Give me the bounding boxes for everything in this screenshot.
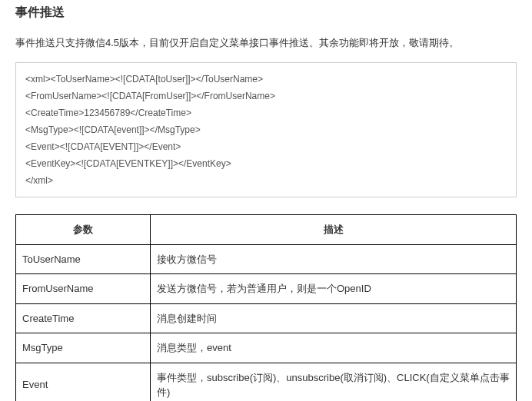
cell-desc: 事件类型，subscribe(订阅)、unsubscribe(取消订阅)、CLI… [151, 363, 517, 401]
header-desc: 描述 [151, 215, 517, 245]
cell-param: MsgType [16, 333, 151, 363]
intro-paragraph: 事件推送只支持微信4.5版本，目前仅开启自定义菜单接口事件推送。其余功能即将开放… [15, 36, 517, 50]
xml-line: <MsgType><![CDATA[event]]></MsgType> [25, 121, 507, 138]
section-heading: 事件推送 [15, 0, 517, 31]
table-header-row: 参数 描述 [16, 215, 517, 245]
xml-example-box: <xml><ToUserName><![CDATA[toUser]]></ToU… [15, 62, 517, 197]
cell-desc: 消息类型，event [151, 333, 517, 363]
header-param: 参数 [16, 215, 151, 245]
table-row: MsgType 消息类型，event [16, 333, 517, 363]
xml-line: <FromUserName><![CDATA[FromUser]]></From… [25, 88, 507, 104]
xml-line: <EventKey><![CDATA[EVENTKEY]]></EventKey… [25, 155, 507, 172]
xml-line: <xml><ToUserName><![CDATA[toUser]]></ToU… [25, 71, 507, 88]
table-row: Event 事件类型，subscribe(订阅)、unsubscribe(取消订… [16, 363, 517, 401]
table-row: FromUserName 发送方微信号，若为普通用户，则是一个OpenID [16, 274, 517, 304]
xml-line: <CreateTime>123456789</CreateTime> [25, 104, 507, 121]
cell-param: Event [16, 363, 151, 401]
cell-desc: 消息创建时间 [151, 303, 517, 333]
cell-param: FromUserName [16, 274, 151, 304]
table-row: CreateTime 消息创建时间 [16, 303, 517, 333]
xml-line: <Event><![CDATA[EVENT]]></Event> [25, 138, 507, 155]
cell-desc: 接收方微信号 [151, 244, 517, 274]
table-row: ToUserName 接收方微信号 [16, 244, 517, 274]
xml-line: </xml> [25, 172, 507, 189]
cell-param: CreateTime [16, 303, 151, 333]
cell-param: ToUserName [16, 244, 151, 274]
params-table: 参数 描述 ToUserName 接收方微信号 FromUserName 发送方… [15, 214, 517, 401]
cell-desc: 发送方微信号，若为普通用户，则是一个OpenID [151, 274, 517, 304]
